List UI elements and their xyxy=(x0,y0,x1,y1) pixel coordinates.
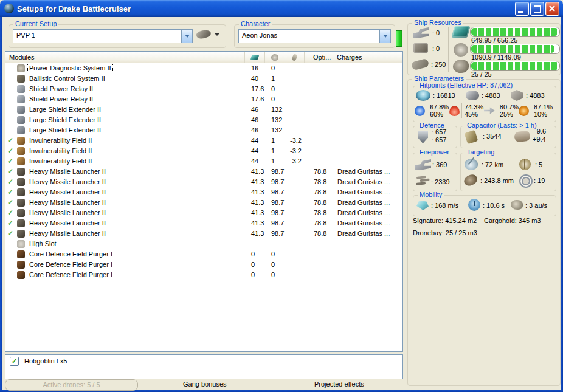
explosive-resist-group: 87.1%10% xyxy=(519,103,553,118)
module-optimal: 78.8 xyxy=(305,177,331,187)
cap-peak-plus: +9.4 xyxy=(533,136,546,143)
mobility-group: Mobility : 168 m/s : 10.6 s : 3 au/s xyxy=(413,195,556,216)
module-active-check-icon: ✓ xyxy=(5,136,15,146)
projected-effects-button[interactable]: Projected effects xyxy=(314,380,364,388)
powergrid-bar xyxy=(470,44,560,54)
module-name: Core Defence Field Purger I xyxy=(28,250,114,258)
module-row[interactable]: ✓Heavy Missile Launcher II41.398.778.8Dr… xyxy=(5,208,402,218)
module-row[interactable]: Shield Power Relay II17.60 xyxy=(5,84,402,94)
module-name: Large Shield Extender II xyxy=(28,106,102,113)
module-row[interactable]: ✓Heavy Missile Launcher II41.398.778.8Dr… xyxy=(5,218,402,229)
sensor-strength-value: : 19 xyxy=(534,177,545,184)
thermal-shield-resist: 74.3% xyxy=(465,103,483,111)
cargohold-value: Cargohold: 345 m3 xyxy=(484,217,541,224)
module-row[interactable]: Power Diagnostic System II160 xyxy=(5,63,402,74)
align-time-value: : 10.6 s xyxy=(483,202,505,209)
module-powergrid: 1 xyxy=(265,156,285,167)
module-powergrid: 132 xyxy=(265,125,285,136)
field-purger-icon xyxy=(17,250,25,258)
module-name: Shield Power Relay II xyxy=(28,95,94,103)
column-capacitor xyxy=(285,52,305,63)
title-bar[interactable]: Setups for Drake Battlecruiser xyxy=(0,0,563,17)
active-drones-button[interactable]: Active drones: 5 / 5 xyxy=(5,379,138,391)
module-cpu: 41.3 xyxy=(245,218,265,229)
shield-power-relay-icon xyxy=(17,85,25,93)
setup-combobox-arrow[interactable] xyxy=(181,30,192,43)
module-row[interactable]: ✓Heavy Missile Launcher II41.398.778.8Dr… xyxy=(5,229,402,239)
gang-bonuses-button[interactable]: Gang bonuses xyxy=(183,380,227,388)
module-row[interactable]: ✓Invulnerability Field II441-3.2 xyxy=(5,156,402,167)
module-row[interactable]: ✓Heavy Missile Launcher II41.398.778.8Dr… xyxy=(5,177,402,187)
modules-list-header: Modules Opti... Charges xyxy=(5,52,402,63)
module-active-check-icon: ✓ xyxy=(5,177,15,187)
module-name: Heavy Missile Launcher II xyxy=(28,168,107,175)
character-combobox[interactable]: Aeon Jonas xyxy=(238,29,391,43)
turret-dps-icon xyxy=(415,159,431,170)
module-cpu: 41.3 xyxy=(245,208,265,218)
module-row[interactable]: Core Defence Field Purger I00 xyxy=(5,270,402,280)
em-shield-resist: 67.8% xyxy=(430,103,449,111)
module-name: High Slot xyxy=(28,240,58,247)
module-name: Shield Power Relay II xyxy=(28,85,94,92)
module-cpu: 17.6 xyxy=(245,84,265,94)
module-row[interactable]: Core Defence Field Purger I00 xyxy=(5,249,402,260)
module-active-check-icon: ✓ xyxy=(5,146,15,156)
ship-menu-button[interactable] xyxy=(196,30,219,38)
character-combobox-arrow[interactable] xyxy=(379,30,390,43)
module-powergrid: 98.7 xyxy=(265,198,285,208)
cpu-icon xyxy=(250,55,260,60)
setup-combobox[interactable]: PVP 1 xyxy=(13,29,193,43)
module-name: Invulnerability Field II xyxy=(28,137,93,144)
drone-row[interactable]: ✓Hobgoblin I x5 xyxy=(5,355,402,367)
module-name: Heavy Missile Launcher II xyxy=(28,199,107,206)
module-cpu: 46 xyxy=(245,125,265,136)
module-row[interactable]: Large Shield Extender II46132 xyxy=(5,125,402,136)
module-row[interactable]: Shield Power Relay II17.60 xyxy=(5,94,402,105)
minimize-button[interactable] xyxy=(515,2,529,16)
module-cpu: 16 xyxy=(245,63,265,74)
chevron-down-icon xyxy=(383,35,388,38)
module-row[interactable]: ✓Heavy Missile Launcher II41.398.778.8Dr… xyxy=(5,167,402,177)
drone-checkbox[interactable]: ✓ xyxy=(10,357,19,366)
turret-hardpoints-value: : 0 xyxy=(432,29,440,36)
module-active-check-icon: ✓ xyxy=(5,156,15,167)
module-powergrid: 0 xyxy=(265,94,285,105)
module-name: Invulnerability Field II xyxy=(28,147,93,154)
module-cpu: 44 xyxy=(245,146,265,156)
signature-value: Signature: 415.24 m2 xyxy=(413,217,477,224)
ship-icon xyxy=(196,29,212,40)
module-row[interactable]: ✓Invulnerability Field II441-3.2 xyxy=(5,146,402,156)
calibration-value: : 250 xyxy=(431,61,446,68)
current-setup-group: Current Setup PVP 1 xyxy=(9,24,226,48)
module-powergrid: 132 xyxy=(265,105,285,115)
maximize-button[interactable] xyxy=(530,2,544,16)
module-row[interactable]: Ballistic Control System II401 xyxy=(5,74,402,84)
capacitor-amount: : 3544 xyxy=(483,132,502,140)
module-charges: Dread Guristas ... xyxy=(331,229,402,239)
explosive-shield-resist: 87.1% xyxy=(534,103,553,111)
module-charges: Dread Guristas ... xyxy=(331,198,402,208)
close-button[interactable] xyxy=(545,2,559,16)
hitpoints-label: Hitpoints (Effective HP: 87,062) xyxy=(418,81,514,89)
module-row[interactable]: High Slot xyxy=(5,239,402,249)
drone-list: ✓Hobgoblin I x5 xyxy=(5,354,403,379)
module-row[interactable]: ✓Invulnerability Field II441-3.2 xyxy=(5,136,402,146)
module-active-check-icon: ✓ xyxy=(5,218,15,229)
powergrid-icon xyxy=(454,43,468,57)
module-cpu: 41.3 xyxy=(245,229,265,239)
targeting-label: Targeting xyxy=(465,148,496,156)
module-optimal: 78.8 xyxy=(305,187,331,198)
column-modules: Modules xyxy=(5,52,245,63)
module-row[interactable]: Core Defence Field Purger I00 xyxy=(5,260,402,270)
module-cap-use: -3.2 xyxy=(285,156,305,167)
module-row[interactable]: ✓Heavy Missile Launcher II41.398.778.8Dr… xyxy=(5,198,402,208)
module-row[interactable]: Large Shield Extender II46132 xyxy=(5,105,402,115)
module-optimal: 78.8 xyxy=(305,218,331,229)
character-combobox-value: Aeon Jonas xyxy=(239,30,379,43)
missile-launcher-icon xyxy=(17,209,25,217)
module-row[interactable]: Large Shield Extender II46132 xyxy=(5,115,402,125)
module-powergrid: 98.7 xyxy=(265,177,285,187)
module-cpu: 0 xyxy=(245,260,265,270)
module-row[interactable]: ✓Heavy Missile Launcher II41.398.778.8Dr… xyxy=(5,187,402,198)
scan-resolution-icon xyxy=(463,174,478,187)
